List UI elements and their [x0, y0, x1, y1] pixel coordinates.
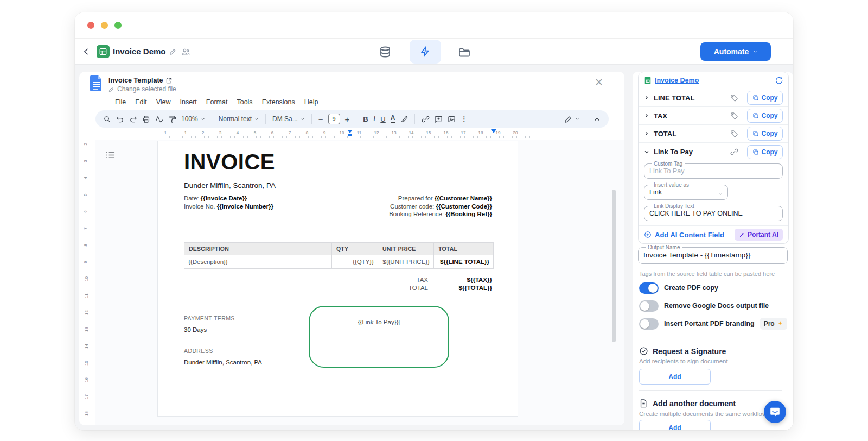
paragraph-style-select[interactable]: Normal text — [219, 115, 259, 123]
indent-marker[interactable] — [347, 130, 353, 136]
spellcheck-icon[interactable] — [155, 115, 163, 123]
menu-insert[interactable]: Insert — [180, 98, 197, 106]
back-button[interactable] — [82, 47, 91, 56]
add-comment-icon[interactable] — [435, 115, 443, 123]
output-name-input[interactable]: Invoice Template - {{Timestamp}} — [643, 250, 782, 260]
wand-icon — [739, 231, 745, 238]
field-row-total[interactable]: TOTALCopy — [639, 124, 788, 142]
ruler-number: 13 — [392, 130, 397, 135]
template-file-title[interactable]: Invoice Template — [108, 77, 172, 84]
collapse-toolbar-icon[interactable] — [593, 115, 601, 123]
menu-edit[interactable]: Edit — [135, 98, 147, 106]
copy-button[interactable]: Copy — [747, 91, 783, 105]
check-circle-icon — [639, 346, 648, 356]
underline-icon[interactable]: U — [380, 115, 385, 123]
copy-button[interactable]: Copy — [747, 127, 783, 141]
redo-icon[interactable] — [129, 115, 137, 123]
source-file-link[interactable]: Invoice Demo — [655, 77, 699, 84]
change-selected-file[interactable]: Change selected file — [108, 85, 176, 93]
insert-value-select[interactable]: Insert value as Link — [644, 182, 728, 200]
font-size-input[interactable]: 9 — [328, 114, 340, 124]
document-scrollbar[interactable] — [612, 190, 616, 342]
edit-title-icon[interactable] — [169, 48, 177, 55]
field-label: TAX — [654, 112, 667, 120]
menu-extensions[interactable]: Extensions — [262, 98, 295, 106]
close-traffic-light[interactable] — [87, 22, 94, 29]
insert-link-icon[interactable] — [422, 115, 430, 123]
menu-tools[interactable]: Tools — [237, 98, 252, 106]
custom-tag-field[interactable]: Custom Tag Link To Pay — [644, 161, 783, 179]
more-options-icon[interactable]: ⋮ — [461, 115, 467, 123]
bold-icon[interactable]: B — [363, 115, 368, 123]
undo-icon[interactable] — [116, 115, 124, 123]
outputs-folder-icon[interactable] — [458, 46, 471, 59]
field-row-expanded[interactable]: Link To Pay Copy — [639, 142, 788, 161]
template-file-name: Invoice Template — [108, 77, 163, 84]
ruler-number: 13 — [84, 327, 89, 332]
automate-button[interactable]: Automate — [700, 42, 771, 61]
toggle-switch[interactable] — [639, 300, 659, 312]
horizontal-ruler: 11234567891011121314151617181920 — [95, 128, 609, 140]
ruler-number: 16 — [444, 130, 449, 135]
minimize-traffic-light[interactable] — [101, 22, 108, 29]
menu-file[interactable]: File — [115, 98, 126, 106]
ruler-number: 18 — [84, 411, 89, 416]
chevron-down-icon — [718, 191, 723, 197]
search-icon[interactable] — [103, 115, 111, 123]
docs-toolbar: 100% Normal text DM Sa... − 9 + B I U A — [95, 110, 609, 128]
field-mapping-box: Invoice Demo LINE TOTALCopyTAXCopyTOTALC… — [638, 72, 789, 244]
table-cell: ${{UNIT PRICE}} — [378, 255, 434, 269]
chevron-right-icon — [644, 113, 649, 118]
change-file-label: Change selected file — [117, 85, 176, 93]
copy-button[interactable]: Copy — [747, 145, 783, 159]
copy-button[interactable]: Copy — [747, 109, 783, 123]
zoom-select[interactable]: 100% — [181, 115, 205, 123]
external-link-icon[interactable] — [166, 78, 172, 84]
paint-format-icon[interactable] — [168, 115, 176, 123]
portant-ai-badge[interactable]: Portant AI — [735, 229, 783, 241]
ruler-number: 8 — [306, 130, 308, 135]
font-select[interactable]: DM Sa... — [272, 115, 305, 123]
ruler-number: 15 — [84, 361, 89, 366]
toggle-switch[interactable] — [639, 282, 659, 294]
chat-widget[interactable] — [764, 401, 786, 423]
add-signature-button[interactable]: Add — [639, 369, 711, 385]
menu-format[interactable]: Format — [206, 98, 228, 106]
output-name-field[interactable]: Output Name Invoice Template - {{Timesta… — [638, 244, 788, 264]
ruler-number: 10 — [84, 276, 89, 281]
increase-font-icon[interactable]: + — [345, 115, 350, 124]
chevron-down-icon — [753, 49, 757, 54]
data-source-icon[interactable] — [379, 46, 392, 59]
share-people-icon[interactable] — [181, 47, 190, 56]
maximize-traffic-light[interactable] — [114, 22, 122, 29]
custom-tag-label: Custom Tag — [652, 161, 685, 167]
ruler-number: 4 — [83, 177, 88, 179]
menu-help[interactable]: Help — [304, 98, 318, 106]
print-icon[interactable] — [142, 115, 150, 123]
text-color-icon[interactable]: A — [391, 115, 395, 123]
insert-image-icon[interactable] — [448, 115, 456, 123]
editing-mode-select[interactable] — [564, 115, 579, 123]
chevron-down-icon — [644, 149, 649, 155]
close-icon[interactable]: ✕ — [595, 77, 603, 87]
add-document-button[interactable]: Add — [639, 420, 711, 430]
ruler-number: 14 — [409, 130, 414, 135]
custom-tag-input[interactable]: Link To Pay — [649, 167, 777, 175]
field-row-tax[interactable]: TAXCopy — [639, 106, 788, 124]
highlight-icon[interactable] — [400, 115, 408, 123]
refresh-icon[interactable] — [775, 77, 783, 85]
field-row-line-total[interactable]: LINE TOTALCopy — [639, 89, 788, 106]
vertical-ruler: 23456789101112131415161718 — [79, 140, 95, 425]
decrease-font-icon[interactable]: − — [318, 115, 323, 124]
link-to-pay-field-box[interactable]: {{Link To Pay}}| — [309, 306, 449, 368]
automation-tab[interactable] — [410, 40, 441, 64]
link-display-text-input[interactable]: CLICK HERE TO PAY ONLINE — [649, 209, 777, 218]
toggle-switch[interactable] — [639, 318, 659, 330]
document-outline-icon[interactable] — [106, 152, 115, 159]
ruler-number: 14 — [84, 344, 89, 349]
add-ai-content-field-button[interactable]: Add AI Content Field — [644, 231, 724, 239]
italic-icon[interactable]: I — [373, 115, 376, 123]
document-page[interactable]: INVOICE Dunder Mifflin, Scantron, PA Dat… — [157, 141, 518, 417]
menu-view[interactable]: View — [156, 98, 171, 106]
link-display-text-field[interactable]: Link Display Text CLICK HERE TO PAY ONLI… — [644, 203, 783, 221]
